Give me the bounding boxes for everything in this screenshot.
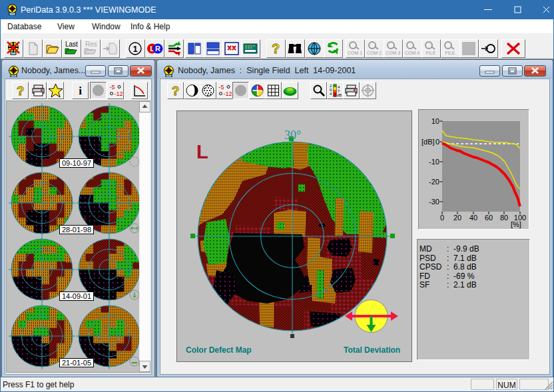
svg-text:-12: -12 — [115, 91, 123, 97]
svg-text:FILE: FILE — [445, 51, 455, 55]
svg-text:L: L — [196, 141, 208, 162]
svg-text:-20: -20 — [429, 178, 439, 186]
svg-text:20: 20 — [453, 214, 461, 222]
svg-text:COM 3: COM 3 — [386, 51, 400, 55]
svg-text:?: ? — [172, 84, 180, 98]
svg-text:30°: 30° — [284, 128, 301, 142]
svg-text:?: ? — [17, 84, 25, 98]
svg-text:80: 80 — [500, 214, 508, 222]
svg-text:R: R — [155, 45, 160, 53]
svg-text:[%]: [%] — [511, 220, 521, 228]
svg-text:-5: -5 — [218, 84, 224, 91]
svg-text:1: 1 — [133, 44, 137, 54]
svg-text:-12: -12 — [223, 91, 232, 97]
svg-text:40: 40 — [469, 214, 477, 222]
svg-text:i: i — [79, 85, 82, 97]
svg-text:FILE: FILE — [426, 51, 436, 55]
svg-text:COM 2: COM 2 — [367, 51, 382, 55]
svg-text:0: 0 — [435, 138, 439, 146]
svg-text:-10: -10 — [429, 158, 439, 166]
svg-text:60: 60 — [485, 214, 493, 222]
svg-text:4: 4 — [330, 92, 332, 96]
svg-text:0: 0 — [440, 214, 444, 222]
svg-text:10: 10 — [431, 117, 439, 125]
svg-text:dB: dB — [337, 93, 342, 97]
svg-text:Last: Last — [65, 41, 78, 48]
svg-text:[dB]: [dB] — [421, 138, 435, 146]
svg-text:COM 1: COM 1 — [348, 51, 362, 55]
svg-text:?: ? — [272, 41, 280, 56]
svg-text:COM 4: COM 4 — [405, 51, 419, 55]
svg-text:Res: Res — [85, 41, 97, 48]
svg-text:-5: -5 — [110, 84, 115, 91]
svg-text:-30: -30 — [429, 198, 439, 206]
